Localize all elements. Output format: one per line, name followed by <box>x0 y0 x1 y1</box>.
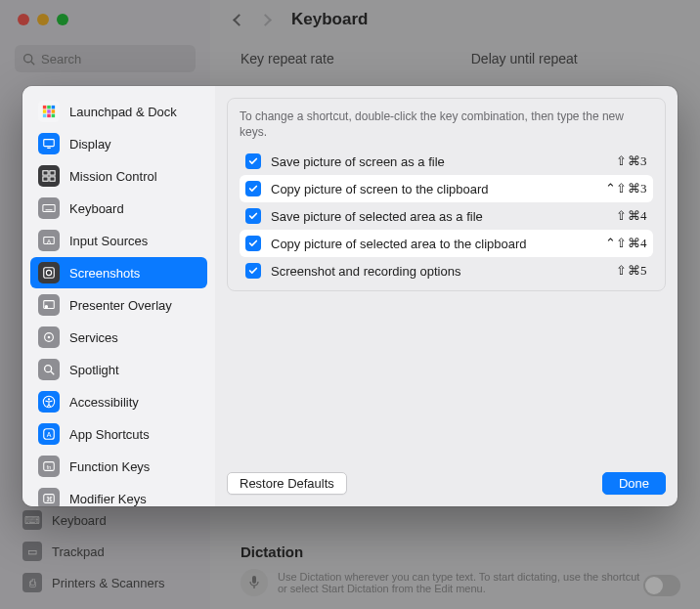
svg-rect-12 <box>52 114 56 118</box>
sidebar-item-label: App Shortcuts <box>69 427 150 442</box>
sidebar-item-label: Mission Control <box>69 169 157 184</box>
sidebar-item-screenshot[interactable]: Screenshots <box>30 257 207 288</box>
shortcut-checkbox[interactable] <box>245 153 261 169</box>
svg-rect-13 <box>44 140 55 147</box>
presenter-icon <box>38 294 60 316</box>
shortcut-keys: ⌃⇧⌘4 <box>605 236 648 251</box>
svg-rect-15 <box>43 171 48 175</box>
shortcut-row[interactable]: Save picture of selected area as a file … <box>240 202 653 230</box>
svg-rect-17 <box>43 177 48 181</box>
svg-text:A: A <box>47 238 52 244</box>
spotlight-icon <box>38 359 60 380</box>
shortcut-label: Screenshot and recording options <box>271 264 606 280</box>
restore-defaults-button[interactable]: Restore Defaults <box>227 472 347 495</box>
svg-point-24 <box>46 270 51 275</box>
shortcut-keys: ⌃⇧⌘3 <box>605 181 648 196</box>
shortcut-checkbox[interactable] <box>245 236 261 251</box>
sidebar-item-services[interactable]: Services <box>30 322 207 353</box>
sidebar-item-spotlight[interactable]: Spotlight <box>30 354 207 385</box>
shortcut-keys: ⇧⌘3 <box>616 153 647 169</box>
display-icon <box>38 133 60 154</box>
sidebar-item-label: Launchpad & Dock <box>69 105 177 119</box>
shortcut-row[interactable]: Screenshot and recording options ⇧⌘5 <box>240 257 653 284</box>
svg-rect-9 <box>52 109 56 113</box>
sidebar-item-input[interactable]: AInput Sources <box>30 225 207 256</box>
shortcut-row[interactable]: Save picture of screen as a file ⇧⌘3 <box>240 148 653 175</box>
sidebar-item-fn[interactable]: fnFunction Keys <box>30 451 207 482</box>
svg-point-28 <box>48 336 51 339</box>
shortcut-label: Copy picture of screen to the clipboard <box>271 182 595 197</box>
shortcut-list: Save picture of screen as a file ⇧⌘3 Cop… <box>240 148 653 284</box>
modifier-icon: ⌘ <box>38 488 60 506</box>
shortcut-keys: ⇧⌘4 <box>616 208 647 224</box>
svg-rect-5 <box>47 106 51 109</box>
sidebar-item-label: Screenshots <box>69 266 140 281</box>
sidebar-item-accessibility[interactable]: Accessibility <box>30 386 207 417</box>
done-button[interactable]: Done <box>602 472 666 495</box>
svg-rect-8 <box>47 109 51 113</box>
sidebar-item-label: Function Keys <box>69 459 150 474</box>
shortcut-label: Copy picture of selected area to the cli… <box>271 237 595 252</box>
svg-rect-18 <box>50 177 55 181</box>
services-icon <box>38 326 60 348</box>
fn-icon: fn <box>38 456 60 477</box>
sidebar-item-modifier[interactable]: ⌘Modifier Keys <box>30 483 207 506</box>
sidebar-item-keyboard[interactable]: Keyboard <box>30 193 207 224</box>
svg-line-30 <box>51 371 55 375</box>
mission-icon <box>38 165 60 187</box>
svg-rect-4 <box>43 106 47 109</box>
shortcut-label: Save picture of selected area as a file <box>271 209 606 225</box>
sidebar-item-grid[interactable]: Launchpad & Dock <box>30 96 207 127</box>
screenshot-icon <box>38 262 60 283</box>
svg-rect-6 <box>52 106 56 109</box>
shortcut-keys: ⇧⌘5 <box>616 263 647 279</box>
appshort-icon: A <box>38 423 60 445</box>
instruction-text: To change a shortcut, double-click the k… <box>240 109 653 140</box>
svg-point-26 <box>45 305 49 309</box>
svg-rect-23 <box>44 268 55 279</box>
shortcut-checkbox[interactable] <box>245 181 261 196</box>
sheet-footer: Restore Defaults Done <box>227 462 666 495</box>
grid-icon <box>38 101 60 122</box>
sidebar-item-label: Spotlight <box>69 363 119 377</box>
shortcut-checkbox[interactable] <box>245 208 261 224</box>
sidebar-item-label: Input Sources <box>69 234 148 248</box>
svg-rect-16 <box>50 171 55 175</box>
svg-point-32 <box>48 398 50 400</box>
shortcut-row[interactable]: Copy picture of selected area to the cli… <box>240 230 653 257</box>
svg-text:fn: fn <box>47 464 51 470</box>
sidebar-item-label: Keyboard <box>69 201 124 216</box>
shortcut-checkbox[interactable] <box>245 263 261 279</box>
sidebar-item-display[interactable]: Display <box>30 128 207 159</box>
shortcuts-sidebar: Launchpad & DockDisplayMission ControlKe… <box>22 86 215 506</box>
sidebar-item-label: Services <box>69 330 118 345</box>
svg-text:A: A <box>47 431 52 438</box>
sidebar-item-label: Modifier Keys <box>69 492 147 506</box>
svg-rect-19 <box>43 205 55 212</box>
input-icon: A <box>38 230 60 251</box>
svg-rect-7 <box>43 109 47 113</box>
sidebar-item-mission[interactable]: Mission Control <box>30 160 207 192</box>
shortcut-label: Save picture of screen as a file <box>271 154 606 170</box>
sidebar-item-label: Accessibility <box>69 395 139 410</box>
svg-point-29 <box>45 366 52 372</box>
sidebar-item-presenter[interactable]: Presenter Overlay <box>30 289 207 321</box>
sidebar-item-label: Display <box>69 137 111 152</box>
svg-rect-11 <box>47 114 51 118</box>
keyboard-icon <box>38 197 60 219</box>
sidebar-item-label: Presenter Overlay <box>69 298 172 313</box>
sidebar-item-appshort[interactable]: AApp Shortcuts <box>30 418 207 450</box>
shortcuts-main: To change a shortcut, double-click the k… <box>215 86 678 506</box>
accessibility-icon <box>38 391 60 413</box>
instruction-box: To change a shortcut, double-click the k… <box>227 98 666 291</box>
shortcuts-sheet: Launchpad & DockDisplayMission ControlKe… <box>22 86 678 506</box>
svg-rect-10 <box>43 114 47 118</box>
svg-text:⌘: ⌘ <box>46 496 53 502</box>
shortcut-row[interactable]: Copy picture of screen to the clipboard … <box>240 175 653 202</box>
